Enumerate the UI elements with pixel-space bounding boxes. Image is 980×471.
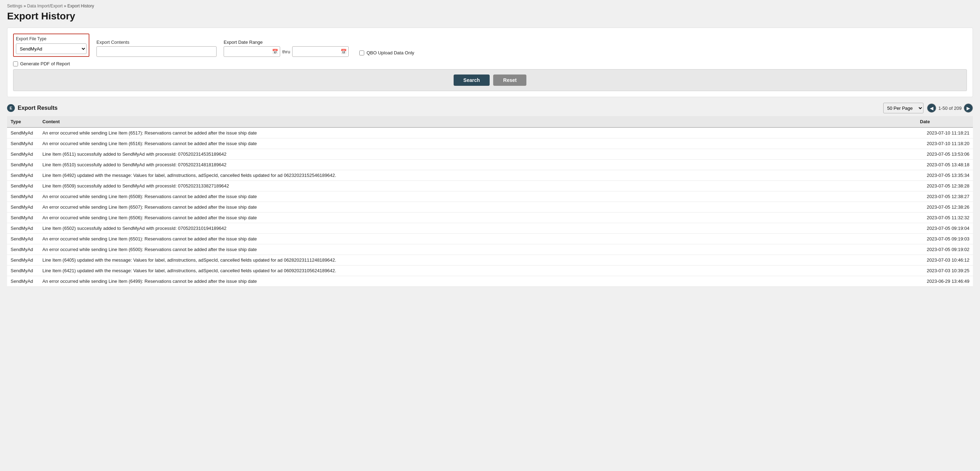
table-row: SendMyAdLine Item (6421) updated with th… xyxy=(7,265,973,276)
results-title-group: E Export Results xyxy=(7,104,57,112)
cell-type: SendMyAd xyxy=(7,127,39,138)
cell-type: SendMyAd xyxy=(7,223,39,234)
table-row: SendMyAdLine Item (6502) successfully ad… xyxy=(7,223,973,234)
cell-date: 2023-07-10 11:18:20 xyxy=(916,138,973,149)
export-contents-group: Export Contents xyxy=(97,40,216,57)
table-header-row: Type Content Date xyxy=(7,116,973,127)
thru-label: thru xyxy=(282,49,290,54)
file-type-label: Export File Type xyxy=(16,36,87,41)
cell-content: An error occurred while sending Line Ite… xyxy=(39,213,916,223)
cell-type: SendMyAd xyxy=(7,234,39,244)
cell-date: 2023-07-05 12:38:28 xyxy=(916,181,973,191)
export-contents-label: Export Contents xyxy=(97,40,216,45)
pagination-prev-button[interactable]: ◀ xyxy=(927,103,936,113)
cell-content: Line Item (6511) successfully added to S… xyxy=(39,149,916,160)
cell-type: SendMyAd xyxy=(7,276,39,287)
cell-content: Line Item (6405) updated with the messag… xyxy=(39,255,916,265)
table-row: SendMyAdAn error occurred while sending … xyxy=(7,138,973,149)
pagination-next-button[interactable]: ▶ xyxy=(964,103,973,113)
generate-pdf-label[interactable]: Generate PDF of Report xyxy=(20,61,70,67)
cell-content: An error occurred while sending Line Ite… xyxy=(39,244,916,255)
col-header-date: Date xyxy=(916,116,973,127)
cell-type: SendMyAd xyxy=(7,160,39,170)
cell-date: 2023-07-03 10:39:25 xyxy=(916,265,973,276)
cell-date: 2023-07-05 13:53:06 xyxy=(916,149,973,160)
cell-date: 2023-07-05 09:19:03 xyxy=(916,234,973,244)
page-title: Export History xyxy=(7,11,973,22)
table-row: SendMyAdLine Item (6405) updated with th… xyxy=(7,255,973,265)
file-type-select[interactable]: SendMyAd CSV PDF XML xyxy=(16,43,87,54)
reset-button[interactable]: Reset xyxy=(493,75,527,86)
qbo-upload-checkbox[interactable] xyxy=(359,51,364,56)
breadcrumb-current: Export History xyxy=(67,3,94,8)
cell-content: An error occurred while sending Line Ite… xyxy=(39,191,916,202)
file-type-group: Export File Type SendMyAd CSV PDF XML xyxy=(13,33,89,57)
table-row: SendMyAdLine Item (6511) successfully ad… xyxy=(7,149,973,160)
search-button[interactable]: Search xyxy=(453,75,490,86)
date-to-wrap: 📅 xyxy=(292,46,349,57)
table-row: SendMyAdLine Item (6509) successfully ad… xyxy=(7,181,973,191)
pdf-check-group: Generate PDF of Report xyxy=(13,61,967,67)
cell-content: Line Item (6421) updated with the messag… xyxy=(39,265,916,276)
cell-content: Line Item (6509) successfully added to S… xyxy=(39,181,916,191)
cell-date: 2023-07-05 12:38:26 xyxy=(916,202,973,213)
table-row: SendMyAdLine Item (6510) successfully ad… xyxy=(7,160,973,170)
cell-date: 2023-07-05 13:48:18 xyxy=(916,160,973,170)
cell-type: SendMyAd xyxy=(7,181,39,191)
table-row: SendMyAdAn error occurred while sending … xyxy=(7,244,973,255)
cell-date: 2023-07-05 12:38:27 xyxy=(916,191,973,202)
date-from-input[interactable] xyxy=(224,46,280,57)
cell-date: 2023-07-05 09:19:04 xyxy=(916,223,973,234)
cell-type: SendMyAd xyxy=(7,265,39,276)
cell-content: Line Item (6502) successfully added to S… xyxy=(39,223,916,234)
export-contents-input[interactable] xyxy=(97,46,216,57)
table-row: SendMyAdAn error occurred while sending … xyxy=(7,202,973,213)
date-range-group: Export Date Range 📅 thru 📅 xyxy=(224,40,349,57)
cell-date: 2023-07-03 10:46:12 xyxy=(916,255,973,265)
cell-type: SendMyAd xyxy=(7,170,39,181)
breadcrumb-settings[interactable]: Settings xyxy=(7,3,22,8)
breadcrumb: Settings » Data Import/Export » Export H… xyxy=(7,3,973,8)
cell-type: SendMyAd xyxy=(7,255,39,265)
date-range-label: Export Date Range xyxy=(224,40,349,45)
results-table: Type Content Date SendMyAdAn error occur… xyxy=(7,116,973,287)
table-row: SendMyAdLine Item (6492) updated with th… xyxy=(7,170,973,181)
table-row: SendMyAdAn error occurred while sending … xyxy=(7,276,973,287)
breadcrumb-import-export[interactable]: Data Import/Export xyxy=(27,3,63,8)
search-row: Search Reset xyxy=(13,69,967,91)
per-page-select[interactable]: 10 Per Page 25 Per Page 50 Per Page 100 … xyxy=(883,103,923,113)
col-header-content: Content xyxy=(39,116,916,127)
date-to-input[interactable] xyxy=(292,46,349,57)
cell-type: SendMyAd xyxy=(7,149,39,160)
table-row: SendMyAdAn error occurred while sending … xyxy=(7,191,973,202)
qbo-upload-group: QBO Upload Data Only xyxy=(359,50,414,56)
results-header: E Export Results 10 Per Page 25 Per Page… xyxy=(7,103,973,113)
cell-date: 2023-07-05 13:35:34 xyxy=(916,170,973,181)
pagination: ◀ 1-50 of 209 ▶ xyxy=(927,103,973,113)
table-row: SendMyAdAn error occurred while sending … xyxy=(7,234,973,244)
results-title-label: Export Results xyxy=(18,105,57,111)
cell-type: SendMyAd xyxy=(7,138,39,149)
cell-date: 2023-07-05 11:32:32 xyxy=(916,213,973,223)
date-from-wrap: 📅 xyxy=(224,46,280,57)
cell-content: Line Item (6510) successfully added to S… xyxy=(39,160,916,170)
cell-type: SendMyAd xyxy=(7,244,39,255)
generate-pdf-checkbox[interactable] xyxy=(13,62,18,67)
cell-date: 2023-06-29 13:46:49 xyxy=(916,276,973,287)
cell-content: An error occurred while sending Line Ite… xyxy=(39,234,916,244)
cell-type: SendMyAd xyxy=(7,202,39,213)
table-row: SendMyAdAn error occurred while sending … xyxy=(7,213,973,223)
cell-date: 2023-07-05 09:19:02 xyxy=(916,244,973,255)
cell-type: SendMyAd xyxy=(7,191,39,202)
cell-content: Line Item (6492) updated with the messag… xyxy=(39,170,916,181)
cell-type: SendMyAd xyxy=(7,213,39,223)
pagination-info: 1-50 of 209 xyxy=(938,106,962,111)
qbo-upload-label[interactable]: QBO Upload Data Only xyxy=(366,50,414,56)
cell-content: An error occurred while sending Line Ite… xyxy=(39,127,916,138)
cell-content: An error occurred while sending Line Ite… xyxy=(39,138,916,149)
cell-content: An error occurred while sending Line Ite… xyxy=(39,202,916,213)
cell-date: 2023-07-10 11:18:21 xyxy=(916,127,973,138)
cell-content: An error occurred while sending Line Ite… xyxy=(39,276,916,287)
results-icon: E xyxy=(7,104,15,112)
col-header-type: Type xyxy=(7,116,39,127)
